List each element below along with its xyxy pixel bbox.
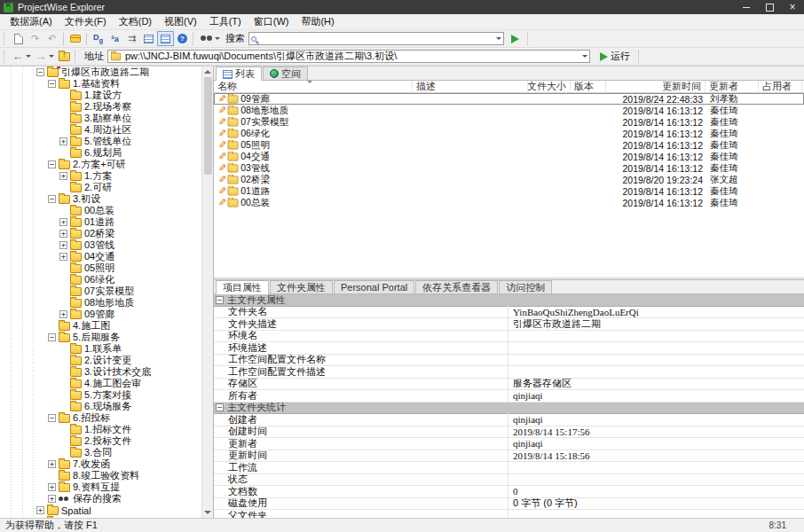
tree-item[interactable]: 2.可研 [0, 182, 201, 193]
new-document-button[interactable] [10, 31, 27, 46]
cell-name: ✎04交通 [215, 151, 414, 163]
up-folder-button[interactable]: ↑ [56, 49, 73, 64]
tree-expander-icon[interactable]: + [36, 506, 44, 514]
tab-properties-2[interactable]: Personal Portal [334, 280, 414, 293]
collapse-icon[interactable]: − [216, 403, 224, 411]
column-header-2[interactable]: 文件大小 [528, 81, 571, 92]
tree-item[interactable]: +保存的搜索 [0, 493, 201, 505]
cell-updated: 2019/8/14 16:13:12 [607, 198, 706, 208]
menu-item-6[interactable]: 帮助(H) [295, 14, 340, 29]
search-label: 搜索 [222, 32, 248, 45]
tree-expander-icon[interactable]: + [48, 495, 56, 503]
column-header-5[interactable]: 更新者 [705, 81, 759, 92]
tab-properties-0[interactable]: 项目属性 [216, 280, 269, 294]
tree-expander-icon[interactable]: + [59, 310, 67, 318]
toolbar-grip[interactable] [75, 51, 79, 63]
chevron-down-icon[interactable] [496, 37, 501, 40]
properties-icon: Dg [93, 33, 103, 44]
toolbar-separator [86, 33, 87, 45]
list-row[interactable]: ✎01道路2019/8/14 16:13:12秦佳琦 [214, 185, 804, 197]
tree-expander-icon[interactable]: + [59, 218, 67, 226]
properties-button[interactable]: Dg [90, 31, 106, 46]
column-header-3[interactable]: 版本 [571, 81, 606, 92]
scrollbar-thumb[interactable] [204, 77, 212, 175]
menu-item-0[interactable]: 数据源(A) [4, 14, 59, 29]
tab-properties-4[interactable]: 访问控制 [499, 280, 552, 293]
tree-scrollbar[interactable] [201, 66, 213, 518]
export-database-icon [70, 35, 81, 43]
find-button[interactable] [199, 31, 222, 46]
tree-expander-icon[interactable]: + [59, 137, 67, 145]
property-value: 2019/8/14 15:18:56 [508, 450, 804, 461]
help-button[interactable]: ? [174, 31, 191, 46]
list-row[interactable]: ✎00总装2019/8/14 16:13:12秦佳琦 [214, 197, 804, 208]
list-view-button[interactable] [140, 31, 157, 46]
column-header-4[interactable]: 更新时间 [606, 81, 705, 92]
checkin-button[interactable]: ↶ [43, 31, 60, 46]
tree-expander-icon[interactable]: + [48, 483, 56, 491]
run-button[interactable]: 运行 [594, 49, 636, 64]
toolbar-grip[interactable] [4, 51, 8, 63]
column-header-1[interactable]: 描述 [413, 81, 528, 92]
tab-spatial[interactable]: 空间 [263, 66, 308, 80]
states-button[interactable]: ⇉ [123, 31, 140, 46]
column-header-6[interactable]: 占用者 [759, 81, 802, 92]
menu-item-2[interactable]: 文档(D) [113, 14, 158, 29]
tree-item[interactable]: +Workspace-ORD [0, 516, 201, 518]
maximize-button[interactable] [758, 0, 781, 14]
chevron-down-icon[interactable] [582, 55, 587, 58]
tree-expander-icon[interactable]: − [48, 80, 56, 88]
checkout-button[interactable]: ↷ [27, 31, 43, 46]
export-button[interactable] [67, 31, 83, 46]
scroll-down-icon[interactable] [204, 511, 211, 514]
list-row[interactable]: ✎03管线2019/8/14 16:13:12秦佳琦 [214, 162, 804, 174]
scroll-up-icon[interactable] [204, 70, 211, 74]
list-row[interactable]: ✎04交通2019/8/14 16:13:12秦佳琦 [214, 151, 804, 162]
collapse-icon[interactable]: − [216, 296, 224, 304]
toolbar-overflow[interactable] [638, 51, 642, 63]
folder-icon [228, 187, 239, 195]
toolbar-grip[interactable] [4, 33, 8, 45]
tab-list[interactable]: 列表 [216, 66, 262, 81]
tab-properties-3[interactable]: 依存关系查看器 [415, 280, 498, 293]
tree-expander-icon[interactable]: − [48, 195, 56, 203]
back-button[interactable]: ← [10, 49, 33, 64]
menu-item-4[interactable]: 工具(T) [203, 14, 248, 29]
list-row[interactable]: ✎08地形地质2019/8/14 16:13:12秦佳琦 [214, 105, 804, 116]
menu-item-3[interactable]: 视图(V) [158, 14, 203, 29]
minimize-button[interactable] [735, 0, 758, 14]
tree-expander-icon[interactable]: + [59, 230, 67, 238]
close-button[interactable]: × [781, 0, 804, 14]
menu-item-1[interactable]: 文件夹(F) [59, 14, 113, 29]
forward-button[interactable]: → [33, 49, 56, 64]
column-header-0[interactable]: 名称 [214, 81, 413, 92]
list-row[interactable]: ✎06绿化2019/8/14 16:13:12秦佳琦 [214, 128, 804, 139]
search-input[interactable] [248, 32, 504, 45]
rename-button[interactable]: ªa [106, 31, 123, 46]
toolbar-grip[interactable] [193, 33, 197, 45]
tree-expander-icon[interactable]: − [48, 414, 56, 422]
details-view-button[interactable] [157, 31, 174, 46]
list-row[interactable]: ✎07实景模型2019/8/14 16:13:12秦佳琦 [214, 116, 804, 128]
tree-expander-icon[interactable]: + [59, 253, 67, 261]
tree-expander-icon[interactable]: + [48, 460, 56, 468]
list-row[interactable]: ✎09管廊2019/8/24 22:48:33刘孝勤 [214, 93, 804, 105]
toolbar-overflow[interactable] [527, 33, 532, 45]
tree-expander-icon[interactable]: − [48, 160, 56, 168]
run-search-button[interactable] [504, 31, 525, 46]
tree-expander-icon[interactable]: − [36, 68, 44, 76]
cell-updater: 张文超 [706, 174, 760, 186]
list-row[interactable]: ✎02桥梁2019/8/20 19:23:24张文超 [214, 174, 804, 185]
tab-properties-1[interactable]: 文件夹属性 [270, 280, 333, 293]
list-row[interactable]: ✎05照明2019/8/14 16:13:12秦佳琦 [214, 139, 804, 151]
address-input[interactable]: pw:\\JNCJ-BIM.fuwuqi\Documents\引爆区市政道路二期… [107, 50, 590, 63]
folder-icon [228, 95, 239, 103]
globe-icon [270, 69, 279, 78]
tree-expander-icon[interactable]: + [59, 241, 67, 249]
tree-expander-icon[interactable]: − [48, 333, 56, 341]
tree-item[interactable]: +Spatial [0, 505, 201, 516]
projectwise-window: ProjectWise Explorer × 数据源(A)文件夹(F)文档(D)… [0, 0, 804, 532]
cell-name: ✎07实景模型 [215, 116, 414, 129]
menu-item-5[interactable]: 窗口(W) [248, 14, 296, 29]
tree-expander-icon[interactable]: + [59, 172, 67, 180]
